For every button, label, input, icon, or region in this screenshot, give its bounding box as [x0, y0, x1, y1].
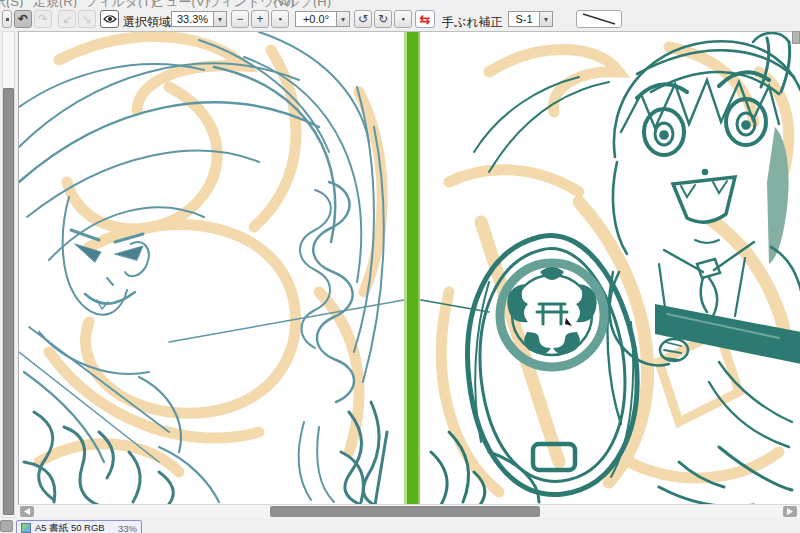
undo-button[interactable]: ↶: [14, 10, 32, 28]
paint-app-window: 選択(S) 定規(R) フィルタ(T) ビュー(V) ウィンドウ(W) ヘルプ(…: [0, 0, 800, 533]
rotate-ccw-icon: ↺: [358, 13, 368, 25]
triangle-left-icon: [24, 508, 30, 515]
menu-view[interactable]: ビュー(V): [152, 0, 209, 8]
flip-horizontal-icon: ⇆: [420, 13, 431, 26]
toolbar-edge-button[interactable]: [2, 10, 12, 28]
zoom-out-button[interactable]: −: [231, 10, 249, 28]
redo-icon: ↷: [38, 13, 48, 25]
menu-help[interactable]: ヘルプ(H): [273, 0, 331, 8]
zoom-value-field[interactable]: 33.3%: [171, 11, 214, 27]
left-character-sketch: [19, 32, 404, 502]
arrow-down-left-icon: ↙: [62, 13, 72, 25]
triangle-right-icon: [787, 508, 793, 515]
vertical-scrollbar-thumb[interactable]: [3, 88, 14, 515]
zoom-in-button[interactable]: +: [251, 10, 269, 28]
horizontal-scrollbar: [17, 504, 800, 518]
menu-ruler[interactable]: 定規(R): [33, 0, 77, 8]
square-icon: ▪: [401, 15, 404, 24]
line-tool-button[interactable]: [576, 10, 622, 28]
redo-button[interactable]: ↷: [34, 10, 52, 28]
undo-icon: ↶: [18, 13, 28, 25]
status-bar: A5 書紙 50 RGB 33%: [0, 518, 800, 533]
canvas-viewport[interactable]: [18, 31, 800, 505]
menu-select[interactable]: 選択(S): [0, 0, 23, 8]
rotation-value-field[interactable]: +0.0°: [295, 11, 337, 27]
dot-icon: [6, 18, 9, 21]
canvas-thumbnail-icon: [21, 523, 31, 533]
canvas-tab[interactable]: A5 書紙 50 RGB 33%: [16, 520, 142, 533]
selection-area-label: 選択領域: [123, 14, 171, 31]
flip-horizontal-button[interactable]: ⇆: [415, 10, 435, 28]
scroll-left-button[interactable]: [20, 506, 34, 517]
menu-bar: 選択(S) 定規(R) フィルタ(T) ビュー(V) ウィンドウ(W) ヘルプ(…: [0, 0, 800, 8]
canvas-artwork: [19, 32, 800, 505]
selection-visibility-button[interactable]: [100, 10, 119, 28]
diagonal-line-icon: [579, 12, 619, 26]
square-icon: ▪: [278, 15, 281, 24]
scrollbar-corner-stub: [0, 520, 13, 532]
stabilizer-label: 手ぶれ補正: [442, 14, 503, 31]
menu-filter[interactable]: フィルタ(T): [85, 0, 155, 8]
scroll-selection-right-button[interactable]: ↘: [78, 10, 96, 28]
zoom-dropdown-button[interactable]: ▾: [214, 11, 227, 27]
rotate-reset-button[interactable]: ▪: [394, 10, 412, 28]
toolbar: ↶ ↷ ↙ ↘ 選択領域 33.3% ▾ − + ▪ +0: [0, 8, 800, 32]
page-split-bar: [404, 32, 420, 505]
vertical-scrollbar: [0, 31, 17, 518]
canvas-tab-title: A5 書紙 50 RGB: [35, 522, 105, 533]
stabilizer-value-field[interactable]: S-1: [508, 11, 540, 27]
canvas-tab-zoom: 33%: [118, 523, 137, 533]
plus-icon: +: [256, 13, 263, 25]
horizontal-scrollbar-thumb[interactable]: [270, 506, 540, 517]
scrollbar-fragment[interactable]: [792, 31, 800, 44]
rotate-cw-icon: ↻: [378, 13, 388, 25]
rotation-dropdown-button[interactable]: ▾: [337, 11, 350, 27]
chevron-down-icon: ▾: [341, 15, 345, 24]
scroll-selection-left-button[interactable]: ↙: [58, 10, 76, 28]
zoom-reset-button[interactable]: ▪: [271, 10, 289, 28]
chevron-down-icon: ▾: [544, 15, 548, 24]
arrow-down-right-icon: ↘: [82, 13, 92, 25]
scroll-right-button[interactable]: [783, 506, 797, 517]
minus-icon: −: [236, 13, 243, 25]
rotate-ccw-button[interactable]: ↺: [354, 10, 372, 28]
eye-icon: [103, 14, 117, 24]
chevron-down-icon: ▾: [218, 15, 222, 24]
stabilizer-dropdown-button[interactable]: ▾: [540, 11, 553, 27]
rotate-cw-button[interactable]: ↻: [374, 10, 392, 28]
